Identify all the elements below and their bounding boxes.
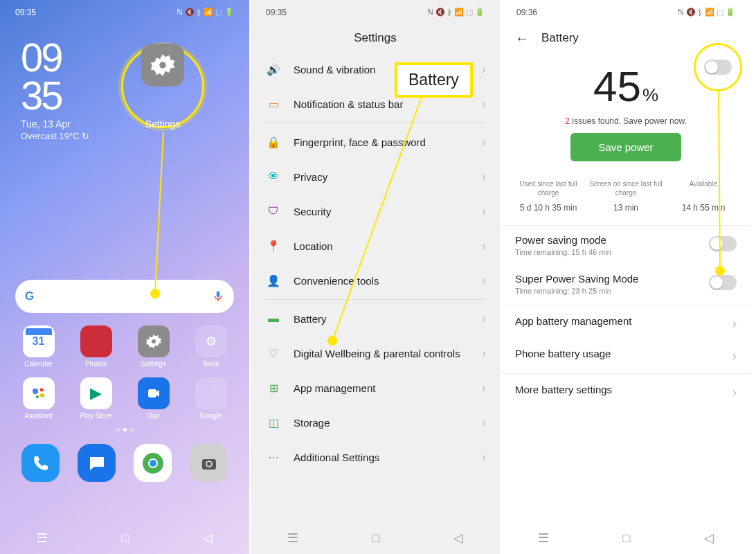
notif-icon: ▭ (266, 96, 281, 111)
settings-row-security[interactable]: 🛡Security› (251, 194, 500, 229)
page-indicator (0, 424, 249, 436)
row-title: Power saving mode (515, 234, 699, 246)
row-title: More battery settings (515, 384, 723, 395)
chevron-right-icon: › (482, 170, 486, 184)
settings-row-tools[interactable]: 👤Convenience tools› (251, 263, 500, 298)
row-title: Phone battery usage (515, 348, 723, 359)
battery-row[interactable]: Super Power Saving ModeTime remaining: 2… (501, 265, 750, 303)
duo-icon (138, 377, 170, 409)
nav-recent[interactable]: ☰ (287, 530, 298, 546)
row-label: Convenience tools (294, 275, 469, 287)
highlight-badge: Battery (395, 62, 473, 98)
settings-row-battery[interactable]: ▬Battery› (251, 301, 500, 336)
nav-bar: ☰ □ ◁ (0, 522, 249, 554)
phone-app[interactable] (21, 444, 60, 482)
highlighted-toggle[interactable] (704, 60, 732, 75)
save-power-button[interactable]: Save power (570, 133, 681, 161)
dock (0, 436, 249, 490)
app-calendar[interactable]: 31Calendar (12, 325, 64, 368)
sim-icon: ⬚ (215, 8, 222, 17)
highlight-toggle-ring (694, 43, 742, 91)
tools-icon: 👤 (266, 273, 281, 288)
svg-point-3 (39, 388, 43, 392)
svg-point-1 (152, 339, 156, 343)
settings-row-finger[interactable]: 🔒Fingerprint, face & password› (251, 125, 500, 159)
svg-point-5 (36, 395, 39, 398)
issues-text: 2 issues found. Save power now. (501, 116, 750, 126)
app-settings[interactable]: Settings (127, 325, 179, 368)
search-bar[interactable]: G (15, 280, 234, 313)
battery-row[interactable]: App battery management› (501, 307, 750, 339)
photos-icon (80, 325, 112, 357)
mic-icon[interactable] (212, 290, 224, 303)
search-input[interactable] (41, 291, 205, 303)
nav-back[interactable]: ◁ (203, 530, 213, 546)
row-label: Additional Settings (294, 452, 469, 463)
nav-back[interactable]: ◁ (704, 530, 714, 546)
chevron-right-icon: › (482, 416, 486, 430)
row-title: Super Power Saving Mode (515, 273, 699, 285)
app-google[interactable]: Google (185, 377, 237, 420)
nfc-icon: ℕ (177, 8, 183, 17)
chevron-right-icon: › (482, 450, 486, 465)
nav-recent[interactable]: ☰ (37, 530, 48, 546)
nav-recent[interactable]: ☰ (538, 530, 549, 546)
settings-row-privacy[interactable]: 👁Privacy› (251, 159, 500, 194)
additional-icon: ⋯ (266, 449, 281, 465)
sound-icon: 🔊 (266, 62, 281, 77)
settings-row-storage[interactable]: ◫Storage› (251, 405, 500, 440)
nav-home[interactable]: □ (623, 531, 631, 546)
row-label: Security (294, 206, 469, 217)
settings-row-apps[interactable]: ⊞App management› (251, 370, 500, 405)
settings-icon (138, 325, 170, 357)
google-logo-icon: G (25, 289, 34, 303)
stat-value: 14 h 55 min (665, 203, 742, 213)
settings-row-location[interactable]: 📍Location› (251, 229, 500, 263)
battery-icon: 🔋 (224, 8, 234, 17)
toggle[interactable] (709, 275, 737, 290)
google-folder-icon (195, 377, 227, 409)
battery-row[interactable]: More battery settings› (501, 375, 750, 408)
toggle[interactable] (709, 236, 737, 251)
svg-line-15 (155, 132, 163, 294)
finger-icon: 🔒 (266, 134, 281, 150)
settings-row-wellbeing[interactable]: ♡Digital Wellbeing & parental controls› (251, 336, 500, 370)
chevron-right-icon: › (732, 385, 737, 400)
app-play-store[interactable]: ▶Play Store (70, 377, 122, 420)
settings-row-additional[interactable]: ⋯Additional Settings› (251, 440, 500, 474)
nav-home[interactable]: □ (372, 531, 380, 546)
row-label: Fingerprint, face & password (294, 136, 469, 148)
camera-app[interactable] (190, 444, 228, 482)
app-assistant[interactable]: Assistant (12, 377, 64, 420)
location-icon: 📍 (266, 238, 281, 253)
row-label: App management (294, 382, 469, 394)
svg-point-13 (207, 462, 211, 466)
back-arrow-icon[interactable]: ← (515, 30, 529, 46)
nav-home[interactable]: □ (122, 531, 129, 546)
app-grid: 31Calendar Photos Settings ⚙Tools Assist… (0, 313, 249, 424)
status-icons: ℕ🔇ᛒ📶⬚🔋 (177, 8, 234, 17)
settings-list: 🔊Sound & vibration›▭Notification & statu… (251, 52, 500, 522)
battery-row[interactable]: Power saving modeTime remaining: 15 h 46… (501, 226, 750, 265)
wellbeing-icon: ♡ (266, 346, 281, 361)
app-tools[interactable]: ⚙Tools (185, 325, 237, 368)
privacy-icon: 👁 (266, 169, 281, 184)
row-label: Storage (294, 417, 469, 429)
row-subtitle: Time remaining: 23 h 25 min (515, 287, 699, 295)
status-time: 09:36 (516, 8, 537, 17)
stat-value: 5 d 10 h 35 min (510, 203, 587, 213)
nav-back[interactable]: ◁ (453, 530, 463, 546)
chevron-right-icon: › (482, 312, 486, 326)
battery-row[interactable]: Phone battery usage› (501, 339, 750, 372)
settings-app-icon-large[interactable] (141, 44, 184, 87)
messages-app[interactable] (78, 444, 116, 482)
stat-value: 13 min (587, 203, 665, 213)
mute-icon: 🔇 (185, 8, 195, 17)
tools-folder-icon: ⚙ (195, 325, 227, 357)
app-photos[interactable]: Photos (70, 325, 122, 368)
chevron-right-icon: › (482, 135, 486, 150)
stat-label: Used since last full charge (510, 179, 587, 197)
chrome-app[interactable] (134, 444, 172, 482)
app-duo[interactable]: Duo (127, 377, 179, 420)
battery-title: Battery (541, 31, 579, 45)
